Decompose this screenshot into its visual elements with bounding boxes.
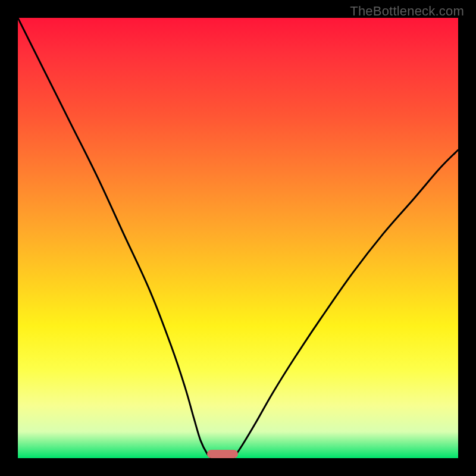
curve-left xyxy=(18,18,212,458)
plot-area xyxy=(18,18,458,458)
chart-container: TheBottleneck.com xyxy=(0,0,476,476)
curve-right xyxy=(234,150,458,458)
curves-svg xyxy=(18,18,458,458)
optimal-marker xyxy=(207,450,238,458)
watermark-text: TheBottleneck.com xyxy=(350,4,464,19)
